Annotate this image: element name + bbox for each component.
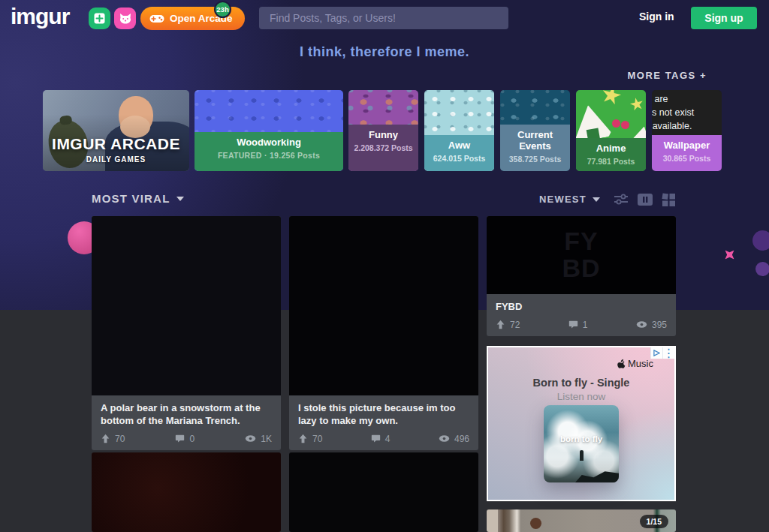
- album-art: born to fly: [544, 405, 619, 482]
- post-stats: 70 4 496: [298, 434, 469, 444]
- apple-icon: [617, 359, 626, 368]
- tag-card-woodworking[interactable]: Woodworking FEATURED · 19.256 Posts: [195, 90, 343, 171]
- tag-card-subtitle: 358.725 Posts: [500, 155, 570, 165]
- tag-card-footer: Aww 624.015 Posts: [424, 135, 494, 171]
- post-image-text: FY BD: [562, 228, 600, 281]
- post-title: I stole this picture because im too lazy…: [298, 402, 469, 428]
- advertisement-apple-music[interactable]: ⋮ Music Born to fly - Single Listen now …: [487, 346, 676, 501]
- sort-newest-dropdown[interactable]: NEWEST: [539, 194, 600, 205]
- views-stat: 496: [439, 434, 469, 444]
- person-silhouette: [580, 450, 584, 461]
- card-view-button[interactable]: [637, 193, 653, 208]
- arcade-timer-badge: 23h: [214, 1, 231, 18]
- tag-card-footer: Anime 77.981 Posts: [576, 138, 646, 171]
- post-image: [92, 216, 281, 395]
- emerald-pet-button[interactable]: [114, 8, 136, 29]
- tag-card-aww[interactable]: Aww 624.015 Posts: [424, 90, 494, 171]
- comment-stat: 1: [568, 320, 588, 330]
- ad-controls: ⋮: [650, 347, 674, 359]
- grid-icon: [662, 193, 676, 206]
- post-meta: FYBD 72 1 395: [487, 294, 676, 336]
- tag-card-footer: Current Events 358.725 Posts: [500, 125, 570, 171]
- onigiri-shape: [576, 102, 614, 143]
- post-card-fybd[interactable]: FY BD FYBD 72 1 395: [487, 216, 676, 336]
- sort-most-viral-dropdown[interactable]: MOST VIRAL: [92, 192, 184, 205]
- sign-up-button[interactable]: Sign up: [691, 7, 757, 29]
- wallpaper-image-text: u are es not exist r available.: [652, 90, 722, 133]
- chevron-down-icon: [176, 197, 184, 201]
- post-card-polar-bear[interactable]: A polar bear in a snowstorm at the botto…: [92, 216, 281, 450]
- tag-card-title: Aww: [424, 140, 494, 152]
- decor-purple-dot: [752, 230, 769, 251]
- ad-menu-icon[interactable]: ⋮: [662, 347, 674, 359]
- tag-card-wallpaper[interactable]: u are es not exist r available. Wallpape…: [652, 90, 722, 171]
- upvote-stat: 70: [101, 434, 125, 444]
- sign-in-button[interactable]: Sign in: [639, 11, 674, 23]
- tag-card-title: Anime: [576, 143, 646, 155]
- filter-settings-button[interactable]: [613, 193, 629, 208]
- post-title: FYBD: [496, 301, 667, 314]
- tag-card-footer: Funny 2.208.372 Posts: [348, 125, 418, 171]
- tag-card-subtitle: FEATURED · 19.256 Posts: [195, 151, 343, 161]
- tag-card-footer: Wallpaper 30.865 Posts: [652, 135, 722, 171]
- tag-card-subtitle: 30.865 Posts: [652, 154, 722, 164]
- upvote-arrow-icon: [496, 320, 505, 329]
- plus-icon: [93, 12, 106, 25]
- comment-icon: [568, 320, 578, 329]
- eye-icon: [245, 434, 256, 443]
- apple-music-label: Music: [628, 358, 653, 369]
- post-card-partial[interactable]: [289, 452, 478, 532]
- post-card-stolen-picture[interactable]: I stole this picture because im too lazy…: [289, 216, 478, 450]
- tag-card-title: Current Events: [500, 130, 570, 152]
- tag-card-subtitle: 77.981 Posts: [576, 157, 646, 167]
- post-meta: I stole this picture because im too lazy…: [289, 395, 478, 450]
- tag-card-funny[interactable]: Funny 2.208.372 Posts: [348, 90, 418, 171]
- imgur-logo[interactable]: imgur: [11, 4, 69, 29]
- tag-card-title: IMGUR ARCADE: [43, 135, 189, 153]
- cherry-shape: [612, 113, 632, 129]
- post-card-partial[interactable]: [92, 452, 281, 532]
- tag-card-title: Funny: [348, 130, 418, 141]
- sort-most-viral-label: MOST VIRAL: [92, 192, 170, 205]
- adchoices-icon[interactable]: [650, 347, 662, 359]
- upvote-arrow-icon: [298, 434, 308, 443]
- views-stat: 1K: [245, 434, 272, 444]
- tag-card-anime[interactable]: Anime 77.981 Posts: [576, 90, 646, 171]
- album-title-text: born to fly: [544, 434, 619, 443]
- tag-card-current-events[interactable]: Current Events 358.725 Posts: [500, 90, 570, 171]
- ad-cta[interactable]: Listen now: [487, 391, 676, 402]
- grid-view-button[interactable]: [660, 193, 677, 208]
- navbar: imgur Open Arcade 23h Sign in Sign up: [0, 0, 769, 36]
- post-image: [289, 216, 478, 395]
- more-tags-button[interactable]: MORE TAGS +: [628, 70, 707, 81]
- post-title: A polar bear in a snowstorm at the botto…: [101, 402, 272, 428]
- comment-stat: 4: [371, 434, 391, 444]
- upvote-stat: 72: [496, 320, 520, 330]
- photo-person-head: [530, 518, 541, 529]
- chevron-down-icon: [593, 197, 600, 202]
- search-input[interactable]: [259, 7, 508, 29]
- tag-card-subtitle: 2.208.372 Posts: [348, 143, 418, 154]
- game-controller-icon: [149, 14, 164, 24]
- upvote-stat: 70: [298, 434, 322, 444]
- new-post-button[interactable]: [89, 8, 110, 29]
- tag-card-imgur-arcade[interactable]: IMGUR ARCADE DAILY GAMES: [43, 90, 189, 171]
- tag-card-title: Woodworking: [195, 137, 343, 149]
- ad-title: Born to fly - Single: [487, 377, 676, 389]
- eye-icon: [439, 434, 450, 443]
- decor-purple-dot: [755, 262, 769, 276]
- post-card-gallery-partial[interactable]: 1/15: [487, 509, 676, 532]
- star-shape: [599, 90, 623, 107]
- site-tagline: I think, therefore I meme.: [0, 44, 769, 60]
- star-shape: [629, 96, 644, 112]
- post-image: FY BD: [487, 216, 676, 294]
- post-stats: 72 1 395: [496, 320, 667, 330]
- post-stats: 70 0 1K: [101, 434, 272, 444]
- comment-icon: [175, 434, 185, 443]
- comment-stat: 0: [175, 434, 195, 444]
- eye-icon: [636, 320, 647, 329]
- tag-card-subtitle: DAILY GAMES: [43, 155, 189, 164]
- tag-card-subtitle: 624.015 Posts: [424, 154, 494, 164]
- card-view-icon: [637, 193, 653, 206]
- cat-icon: [119, 13, 132, 25]
